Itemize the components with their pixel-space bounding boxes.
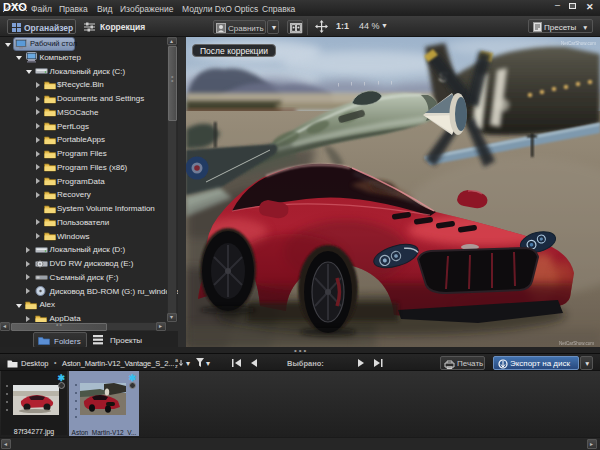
svg-text:▾: ▾: [186, 359, 190, 368]
svg-text:z: z: [175, 363, 178, 369]
svg-text:▾: ▾: [206, 359, 210, 368]
svg-text:NetCarShow.com: NetCarShow.com: [559, 341, 594, 346]
svg-text:NetCarShow.com: NetCarShow.com: [561, 41, 596, 46]
